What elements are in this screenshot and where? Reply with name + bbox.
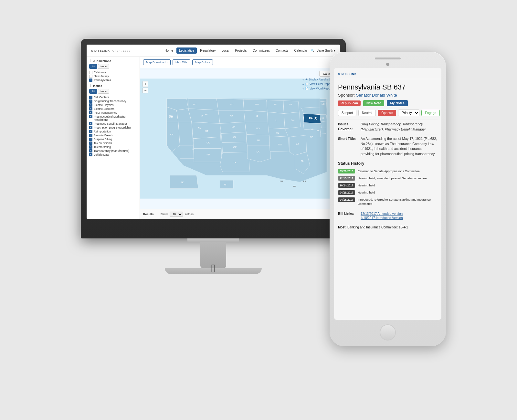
bill-link-1[interactable]: 4/18/2017 Introduced Version xyxy=(361,216,403,220)
nav-committees[interactable]: Committees xyxy=(250,47,272,54)
mo-label: MO xyxy=(256,127,260,130)
engage-btn[interactable]: Engage xyxy=(421,110,439,116)
iphone-device: STATELINK Pennsylvania SB 637 Sponsor: S… xyxy=(330,52,446,346)
neutral-btn[interactable]: Neutral xyxy=(358,110,376,116)
issue-telemarketing[interactable]: Telemarketing xyxy=(89,145,137,149)
map-title-btn[interactable]: Map Title xyxy=(173,59,190,65)
map-container: Canada 👁 Display Results Below 📄 View Ex… xyxy=(140,68,340,209)
search-icon[interactable]: 🔍 xyxy=(311,49,314,52)
new-note-btn[interactable]: New Note xyxy=(363,100,385,106)
iphone-bezel: STATELINK Pennsylvania SB 637 Sponsor: S… xyxy=(330,52,446,346)
issue-prescription-drug-checkbox[interactable] xyxy=(89,126,92,129)
issue-call-centers-checkbox[interactable] xyxy=(89,96,92,99)
zoom-out-btn[interactable]: − xyxy=(142,88,148,93)
results-label: Results xyxy=(143,213,154,216)
show-label: Show xyxy=(160,213,168,216)
bill-link-0[interactable]: 12/13/2017 Amended version xyxy=(361,212,403,215)
all-jurisdictions-btn[interactable]: All xyxy=(89,64,97,69)
issue-prescription-drug[interactable]: Prescription Drug Stewardship xyxy=(89,126,137,129)
none-jurisdictions-btn[interactable]: None xyxy=(98,64,109,69)
ga-label: GA xyxy=(296,142,299,145)
zoom-in-btn[interactable]: + xyxy=(142,81,148,87)
issue-vehicle-data-checkbox[interactable] xyxy=(89,153,92,156)
phone-badges: Republican New Note My Notes xyxy=(334,100,441,110)
mn-label: MN xyxy=(255,103,258,106)
issue-pharma-marketing[interactable]: Pharmaceutical Marketing Restrictions xyxy=(89,115,137,121)
jurisdictions-title: Jurisdictions xyxy=(89,59,137,63)
id-label: ID xyxy=(201,115,203,118)
bill-links-section: Bill Links: 12/13/2017 Amended version 4… xyxy=(334,207,441,224)
nj-label: NJ xyxy=(322,117,324,119)
issue-electric-scooters-checkbox[interactable] xyxy=(89,107,92,110)
issue-drug-pricing[interactable]: Drug Pricing Transparency xyxy=(89,100,137,103)
sponsor-link[interactable]: Senator Donald White xyxy=(356,93,397,98)
issue-pbm-checkbox[interactable] xyxy=(89,111,92,114)
my-notes-btn[interactable]: My Notes xyxy=(387,100,407,106)
entries-select[interactable]: 10 25 50 xyxy=(170,212,183,217)
issue-pbm[interactable]: PBM Transparency xyxy=(89,111,137,114)
map-toolbar: Map Download ▾ Map Title Map Colors xyxy=(140,57,340,68)
issue-surprise-billing-checkbox[interactable] xyxy=(89,138,92,141)
issue-security-breach-checkbox[interactable] xyxy=(89,134,92,137)
most-recent-row: Most Banking and Insurance Committee: 10… xyxy=(334,224,441,231)
issue-security-breach[interactable]: Security Breach xyxy=(89,134,137,137)
map-download-btn[interactable]: Map Download ▾ xyxy=(143,59,171,65)
republican-badge: Republican xyxy=(338,100,361,106)
issue-surprise-billing[interactable]: Surprise Billing xyxy=(89,138,137,141)
issue-call-centers[interactable]: Call Centers xyxy=(89,96,137,99)
issue-pharma-marketing-checkbox[interactable] xyxy=(89,115,92,118)
priority-select[interactable]: Priority xyxy=(398,110,419,116)
issue-tax-opioids[interactable]: Tax on Opioids xyxy=(89,142,137,145)
issue-pharmacy-benefit-checkbox[interactable] xyxy=(89,122,92,125)
entries-label: entries xyxy=(185,213,194,216)
mt-label: MT xyxy=(193,103,197,106)
issue-electric-bicycles[interactable]: Electric Bicycles xyxy=(89,103,137,107)
nav-contacts[interactable]: Contacts xyxy=(273,47,291,54)
short-title-value: An Act amending the act of May 17, 1921 … xyxy=(361,136,438,157)
dropdown-arrow-icon: ▾ xyxy=(166,61,168,64)
iphone-speaker xyxy=(375,58,401,59)
imac-bezel: STATELINK Client Logo Home Legislative R… xyxy=(81,39,346,238)
status-text-3: Hearing held xyxy=(358,190,375,194)
issue-pharmacy-benefit[interactable]: Pharmacy Benefit Manager xyxy=(89,122,137,125)
nd-label: ND xyxy=(230,103,233,106)
issue-vehicle-data[interactable]: Vehicle Data xyxy=(89,153,137,156)
imac-stand-top xyxy=(187,238,239,242)
issue-transparency-manufacturer[interactable]: Transparency (Manufacturer) xyxy=(89,149,137,152)
wi-label: WI xyxy=(274,103,277,106)
map-colors-btn[interactable]: Map Colors xyxy=(192,59,213,65)
short-title-row: Short Title: An Act amending the act of … xyxy=(338,134,438,159)
california-checkbox[interactable] xyxy=(89,71,92,74)
issue-transparency-manufacturer-checkbox[interactable] xyxy=(89,149,92,152)
all-issues-btn[interactable]: All xyxy=(89,89,97,94)
pennsylvania-checkbox[interactable] xyxy=(89,79,92,82)
nav-home[interactable]: Home xyxy=(162,47,176,54)
nav-projects[interactable]: Projects xyxy=(232,47,249,54)
nav-regulatory[interactable]: Regulatory xyxy=(197,47,218,54)
oppose-btn[interactable]: Oppose xyxy=(378,110,396,116)
state-pennsylvania[interactable]: Pennsylvania xyxy=(89,79,137,82)
nav-local[interactable]: Local xyxy=(219,47,232,54)
nav-calendar[interactable]: Calendar xyxy=(291,47,310,54)
sd-label: SD xyxy=(230,115,233,118)
co-label: CO xyxy=(206,141,210,144)
issues-covered-value: Drug Pricing Transparency, Transparency … xyxy=(361,122,438,132)
state-california[interactable]: California xyxy=(89,71,137,74)
issue-electric-scooters[interactable]: Electric Scooters xyxy=(89,107,137,110)
issue-reimportation-checkbox[interactable] xyxy=(89,130,92,133)
va-label: VA xyxy=(311,128,313,131)
issue-tax-opioids-checkbox[interactable] xyxy=(89,142,92,145)
issue-drug-pricing-checkbox[interactable] xyxy=(89,100,92,103)
none-issues-btn[interactable]: None xyxy=(98,89,109,94)
new-jersey-checkbox[interactable] xyxy=(89,75,92,78)
issue-telemarketing-checkbox[interactable] xyxy=(89,145,92,149)
iphone-home-button[interactable] xyxy=(380,324,396,341)
issue-electric-bicycles-checkbox[interactable] xyxy=(89,103,92,107)
support-btn[interactable]: Support xyxy=(338,110,356,116)
issue-reimportation[interactable]: Reimportation xyxy=(89,130,137,133)
ia-label: IA xyxy=(256,115,258,118)
phone-logo: STATELINK xyxy=(338,72,357,76)
state-new-jersey[interactable]: New Jersey xyxy=(89,75,137,78)
nav-legislative[interactable]: Legislative xyxy=(176,47,197,54)
phone-header: STATELINK xyxy=(334,68,441,79)
